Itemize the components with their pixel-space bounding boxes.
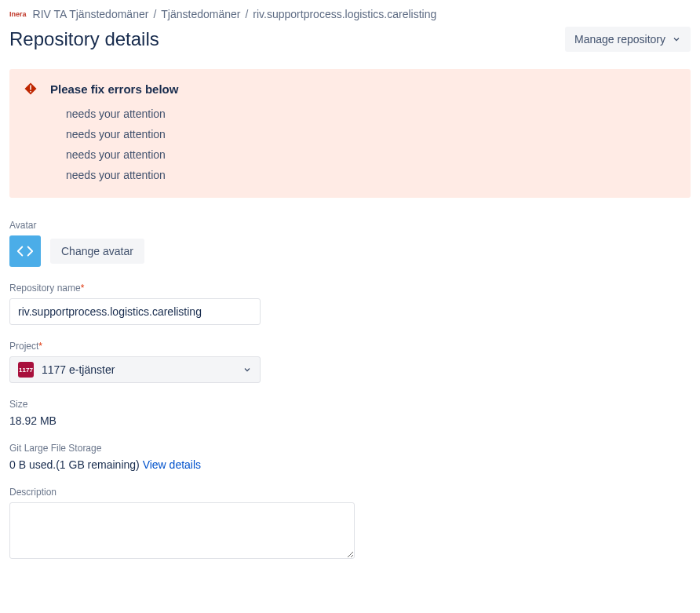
description-label: Description [9, 487, 691, 498]
size-label: Size [9, 399, 691, 410]
error-panel: Please fix errors below needs your atten… [9, 69, 691, 198]
code-icon [16, 243, 34, 260]
chevron-down-icon [672, 35, 681, 44]
avatar-row: Change avatar [9, 235, 691, 267]
error-item: needs your attention [66, 104, 676, 124]
breadcrumb-link-2[interactable]: riv.supportprocess.logistics.carelisting [253, 8, 436, 20]
view-details-link[interactable]: View details [143, 458, 201, 471]
repo-name-section: Repository name* [9, 283, 691, 325]
breadcrumb-link-1[interactable]: Tjänstedomäner [161, 8, 240, 20]
breadcrumb-separator: / [153, 8, 156, 20]
size-section: Size 18.92 MB [9, 399, 691, 427]
required-indicator: * [38, 341, 42, 352]
lfs-section: Git Large File Storage 0 B used.(1 GB re… [9, 443, 691, 471]
size-value: 18.92 MB [9, 414, 691, 427]
avatar-section: Avatar Change avatar [9, 220, 691, 267]
avatar-preview [9, 235, 41, 267]
avatar-label: Avatar [9, 220, 691, 231]
error-item: needs your attention [66, 165, 676, 185]
svg-rect-1 [30, 91, 31, 93]
project-name: 1177 e-tjänster [42, 363, 115, 376]
error-item: needs your attention [66, 144, 676, 165]
description-section: Description [9, 487, 691, 561]
svg-rect-0 [30, 86, 31, 90]
repo-name-label: Repository name* [9, 283, 691, 294]
repo-name-input[interactable] [9, 298, 261, 325]
project-section: Project* 1177 1177 e-tjänster [9, 341, 691, 383]
error-list: needs your attention needs your attentio… [24, 104, 676, 185]
chevron-down-icon [242, 365, 252, 374]
lfs-used-text: 0 B used.(1 GB remaining) [9, 458, 143, 471]
breadcrumb-link-0[interactable]: RIV TA Tjänstedomäner [33, 8, 149, 20]
error-item: needs your attention [66, 124, 676, 144]
project-label: Project* [9, 341, 691, 352]
breadcrumb-separator: / [245, 8, 248, 20]
manage-repository-label: Manage repository [574, 33, 665, 46]
header-row: Repository details Manage repository [9, 27, 691, 52]
breadcrumb-logo: Inera [9, 10, 27, 18]
lfs-value-row: 0 B used.(1 GB remaining) View details [9, 458, 691, 471]
change-avatar-button[interactable]: Change avatar [50, 239, 144, 264]
breadcrumb: Inera RIV TA Tjänstedomäner / Tjänstedom… [9, 8, 691, 20]
description-input[interactable] [9, 502, 355, 559]
manage-repository-button[interactable]: Manage repository [565, 27, 691, 52]
project-select-content: 1177 1177 e-tjänster [18, 362, 115, 378]
required-indicator: * [81, 283, 85, 294]
error-header: Please fix errors below [24, 82, 676, 96]
page-title: Repository details [9, 28, 159, 50]
lfs-label: Git Large File Storage [9, 443, 691, 454]
project-select[interactable]: 1177 1177 e-tjänster [9, 356, 261, 383]
project-icon: 1177 [18, 362, 34, 378]
error-icon [24, 82, 38, 96]
error-title: Please fix errors below [50, 82, 178, 96]
